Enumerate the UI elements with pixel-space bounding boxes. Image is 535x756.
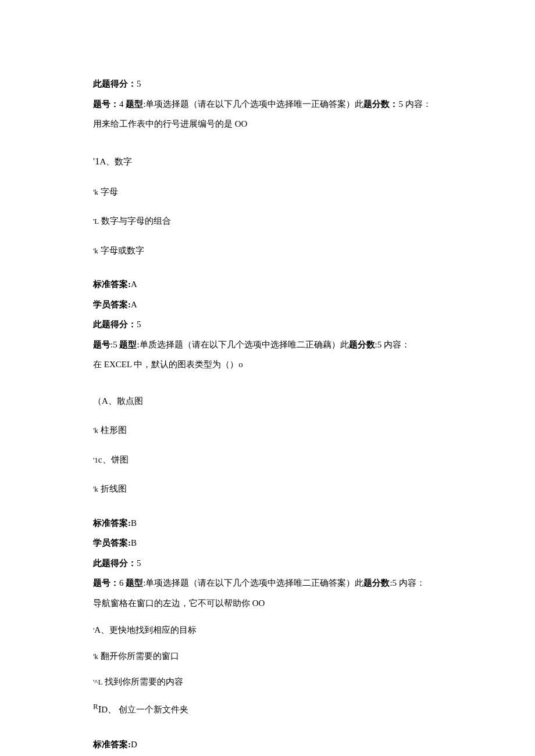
q5-c-prefix: '1 [93,456,98,464]
q6-option-b: 'k 翻开你所需要的窗口 [93,648,442,665]
q5-score-line: 此题得分：5 [93,555,442,572]
q4-a-text: A、数字 [100,157,133,166]
q5-student-answer: 学员答案:B [93,535,442,551]
q6-option-d: RID、 创立一个新文件夹 [93,700,442,719]
q5-content-label: 内容： [384,340,410,349]
q5-num-label: 题号 [93,340,110,349]
q4-num: 4 [119,99,124,109]
q5-score-label2: 此题得分： [93,558,137,568]
q5-score-header: :5 [375,340,382,349]
q5-option-d: 'k 折线图 [93,481,442,497]
q3-score-value: 5 [137,79,141,88]
q6-content-label: 内容： [399,578,425,587]
q5-option-c: '1c、饼图 [93,452,442,468]
q6-header: 题号：6 题型:单项选择题（请在以下几个选项中选择唯二正确答案）此题分数:5 内… [93,575,442,592]
q5-header: 题号:5 题型:单质选择题（请在以下几个选项中选择唯二正确藕）此题分数:5 内容… [93,336,442,353]
q4-a-prefix: '1 [93,156,100,167]
q5-score-value: 5 [137,558,141,568]
q4-score-header: 5 [398,99,403,109]
q4-score-value: 5 [137,320,141,329]
q6-score-header: :5 [390,578,397,587]
q6-c-text: 找到你所需要的内容 [105,677,183,686]
q5-body: 在 EXCEL 中，默认的图表类型为（）o [93,356,442,373]
q6-std-value: D [131,740,137,749]
q4-score-line: 此题得分：5 [93,316,442,333]
q5-d-prefix: 'k [93,485,98,493]
q3-score-line: 此题得分：5 [93,76,442,92]
q5-d-text: 折线图 [101,484,127,493]
q6-type-label: 题型 [126,578,143,587]
q4-option-a: '1A、数字 [93,152,442,171]
q4-c-text: 数字与字母的组合 [101,216,171,225]
q4-std-label: 标准答案: [93,280,131,289]
q4-score-label2: 此题得分： [93,320,137,329]
q6-option-c: '^L 找到你所需要的内容 [93,673,442,690]
q5-type: :单质选择题（请在以下几个选项中选择唯二正确藕）此 [137,340,348,349]
q4-c-prefix: 'L [93,217,99,225]
q6-d-text: D、 创立一个新文件夹 [101,705,188,714]
q5-std-answer: 标准答案:B [93,515,442,532]
q5-a-prefix: （ [93,396,102,406]
q5-std-value: B [131,518,137,528]
q4-type-label: 题型 [126,99,143,109]
q4-b-text: 字母 [101,187,118,196]
q5-num: :5 [110,340,117,349]
q5-b-prefix: 'k [93,426,98,435]
q4-option-d: 'k 字母或数字 [93,242,442,259]
q6-option-a: 'A、更快地找到相应的目标 [93,622,442,639]
q4-num-label: 题号： [93,99,119,109]
q5-type-label: 题型 [119,340,137,349]
q6-c-prefix: '^L [93,678,102,686]
q5-std-label: 标准答案: [93,518,131,528]
q6-num: 6 [119,578,124,587]
q4-d-prefix: 'k [93,246,98,255]
q5-a-text: A、散点图 [102,396,143,406]
q6-type: :单项选择题（请在以下几个选项中选择唯二正确答案）此 [143,578,363,587]
q5-score-label: 题分数 [349,340,375,349]
q6-score-label: 题分数 [363,578,390,587]
q4-type: :单项选择题（请在以下几个选项中选择唯一正确答案）此 [143,99,363,109]
q5-b-text: 柱形图 [101,425,127,435]
q6-a-text: A、更快地找到相应的目标 [94,625,197,635]
q4-stu-label: 学员答案: [93,300,131,309]
q5-stu-label: 学员答案: [93,538,131,547]
q4-std-value: A [131,280,137,289]
q4-std-answer: 标准答案:A [93,276,442,293]
q4-student-answer: 学员答案:A [93,296,442,313]
q5-option-a: （A、散点图 [93,393,442,410]
q6-b-text: 翻开你所需要的窗口 [101,651,179,661]
q5-option-b: 'k 柱形图 [93,422,442,439]
q5-c-text: c、饼图 [98,455,129,464]
q4-option-b: 'k 字母 [93,184,442,200]
q6-body: 导航窗格在窗口的左边，它不可以帮助你 OO [93,595,442,612]
q4-d-text: 字母或数字 [101,246,144,255]
q4-content-label: 内容： [405,99,431,109]
q4-b-prefix: 'k [93,188,98,196]
q6-num-label: 题号： [93,578,119,587]
q4-header: 题号：4 题型:单项选择题（请在以下几个选项中选择唯一正确答案）此题分数：5 内… [93,96,442,113]
q4-option-c: 'L 数字与字母的组合 [93,213,442,230]
q4-score-label: 题分数： [363,99,398,109]
q6-b-prefix: 'k [93,652,98,661]
q6-std-answer: 标准答案:D [93,736,442,753]
q6-d-sup: R [93,702,98,711]
q3-score-label: 此题得分： [93,79,137,88]
q6-std-label: 标准答案: [93,740,131,749]
q5-stu-value: B [131,538,137,547]
q4-stu-value: A [131,300,137,309]
q4-body: 用来给工作表中的行号进展编号的是 OO [93,116,442,132]
